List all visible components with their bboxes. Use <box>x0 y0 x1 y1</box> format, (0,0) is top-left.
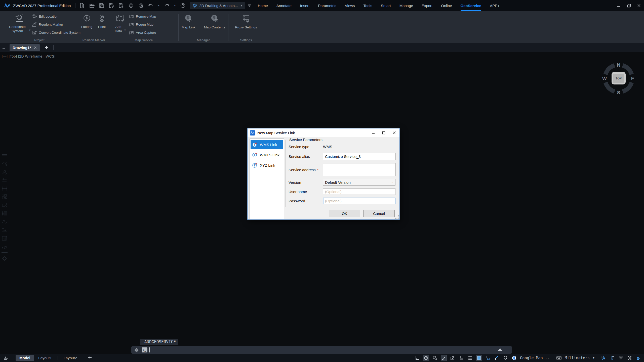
save-as-icon[interactable] <box>108 3 114 9</box>
edit-location-button[interactable]: Edit Location <box>32 14 80 19</box>
layout-tray-icon[interactable] <box>4 356 9 360</box>
ortho-mode-icon[interactable] <box>414 355 420 361</box>
clean-screen-icon[interactable] <box>627 355 633 361</box>
service-address-input[interactable] <box>323 163 395 176</box>
tab-geoservice[interactable]: GeoService <box>461 0 481 11</box>
map-contents-button[interactable]: Map Contents <box>202 11 228 37</box>
dialog-close-icon[interactable] <box>389 128 399 137</box>
dynamic-input-icon[interactable] <box>450 355 456 361</box>
add-layout-icon[interactable] <box>85 356 95 360</box>
reorient-marker-button[interactable]: Reorient Marker <box>32 22 80 27</box>
status-settings-gear-icon[interactable] <box>618 355 624 361</box>
redo-icon[interactable] <box>164 3 170 9</box>
command-expand-icon[interactable] <box>498 348 502 351</box>
units-label[interactable]: Millimeters <box>565 356 590 360</box>
model-tab[interactable]: Model <box>16 355 34 361</box>
pgp-edit-icon[interactable]: PGP <box>1 235 8 241</box>
open-file-icon[interactable] <box>89 3 95 9</box>
linetype-display-icon[interactable] <box>467 355 473 361</box>
ordinate-dimension-icon[interactable]: 2 <box>1 177 8 183</box>
map-provider-label[interactable]: Google Map... <box>520 356 549 360</box>
tab-tools[interactable]: Tools <box>364 0 372 11</box>
list-item-wmts-link[interactable]: WMTS Link <box>251 150 283 159</box>
view-compass[interactable]: N W E S TOP <box>601 61 636 96</box>
point-button[interactable]: Point <box>95 11 109 37</box>
spline-icon[interactable] <box>1 219 8 225</box>
cancel-button[interactable]: Cancel <box>363 210 395 217</box>
command-input-bar[interactable]: >_ <box>131 346 512 354</box>
toolbar-menu-icon[interactable] <box>1 152 8 158</box>
coordinate-system-button[interactable]: Coordinate System ▼ <box>7 11 31 37</box>
layout1-tab[interactable]: Layout1 <box>34 355 55 361</box>
proxy-settings-button[interactable]: Proxy Settings <box>232 11 259 37</box>
help-icon[interactable] <box>180 3 186 9</box>
geolocation-pin-icon[interactable] <box>502 355 508 361</box>
print-icon[interactable] <box>128 3 134 9</box>
service-alias-input[interactable] <box>323 153 395 160</box>
object-snap-tracking-icon[interactable] <box>441 355 447 361</box>
blocks-edit-icon[interactable] <box>1 194 8 200</box>
drawing-canvas[interactable]: [—] [Top] [2D Wireframe] [WCS] 2 <box>0 52 644 354</box>
workspace-switcher[interactable]: 2D Drafting & Annota... ▾ <box>190 2 245 9</box>
overlap-objects-icon[interactable] <box>1 202 8 208</box>
modify-tools-icon[interactable] <box>1 169 8 175</box>
tab-export[interactable]: Export <box>422 0 432 11</box>
regen-map-button[interactable]: Regen Map <box>129 22 156 27</box>
tab-list-icon[interactable] <box>3 47 7 49</box>
map-link-button[interactable]: Map Link <box>179 11 198 37</box>
object-snap-icon[interactable] <box>432 355 438 361</box>
version-dropdown[interactable]: Default Version ⌄ <box>323 179 395 186</box>
viewport-controls-label[interactable]: [—] [Top] [2D Wireframe] [WCS] <box>2 54 55 58</box>
tab-app-plus[interactable]: APP+ <box>490 0 500 11</box>
latlong-button[interactable]: Latlong <box>79 11 95 37</box>
save-icon[interactable] <box>99 3 105 9</box>
annotation-scale-icon[interactable] <box>600 355 606 361</box>
list-item-wms-link[interactable]: WMS Link <box>251 140 283 149</box>
annotation-visibility-icon[interactable] <box>609 355 615 361</box>
undo-dropdown-icon[interactable]: ▾ <box>157 3 160 9</box>
map-provider-globe-icon[interactable] <box>511 355 517 361</box>
tab-close-icon[interactable] <box>34 46 37 49</box>
document-tab-drawing1[interactable]: Drawing1* <box>10 44 40 51</box>
area-capture-button[interactable]: Area Capture <box>129 30 156 35</box>
ok-button[interactable]: OK <box>329 210 360 217</box>
save-all-icon[interactable] <box>118 3 124 9</box>
new-file-icon[interactable] <box>79 3 85 9</box>
add-data-button[interactable]: Add Data ▼ <box>112 11 128 37</box>
tray-settings-icon[interactable] <box>635 355 641 361</box>
dialog-titlebar[interactable]: New Map Service Link <box>248 128 399 137</box>
restore-icon[interactable] <box>624 0 634 11</box>
tab-views[interactable]: Views <box>345 0 355 11</box>
section-table-icon[interactable] <box>1 210 8 216</box>
convert-coordinate-system-button[interactable]: Convert Coordinate System <box>32 30 80 35</box>
dialog-resize-grip[interactable] <box>395 215 399 219</box>
command-settings-gear-icon[interactable] <box>134 348 139 352</box>
measure-ruler-icon[interactable] <box>1 244 8 250</box>
remove-map-button[interactable]: Remove Map <box>129 14 156 19</box>
customize-quick-access-icon[interactable] <box>248 5 251 7</box>
password-input[interactable] <box>323 198 395 204</box>
dialog-maximize-icon[interactable] <box>378 128 389 137</box>
tab-home[interactable]: Home <box>258 0 268 11</box>
linear-dimension-icon[interactable] <box>1 186 8 192</box>
print-preview-icon[interactable] <box>138 3 144 9</box>
polar-tracking-icon[interactable] <box>423 355 429 361</box>
selection-cycling-icon[interactable] <box>485 355 491 361</box>
new-tab-icon[interactable] <box>43 44 50 51</box>
flatshot-icon[interactable] <box>1 161 8 167</box>
undo-icon[interactable] <box>148 3 154 9</box>
tab-online[interactable]: Online <box>441 0 452 11</box>
tab-insert[interactable]: Insert <box>300 0 310 11</box>
dialog-minimize-icon[interactable] <box>368 128 378 137</box>
minimize-icon[interactable] <box>614 0 624 11</box>
layout2-tab[interactable]: Layout2 <box>60 355 81 361</box>
export-folder-icon[interactable] <box>1 227 8 233</box>
dynamic-ucs-icon[interactable] <box>494 355 500 361</box>
lineweight-display-icon[interactable] <box>458 355 464 361</box>
units-ruler-icon[interactable] <box>556 355 562 361</box>
units-dropdown-icon[interactable]: ▼ <box>592 356 595 359</box>
redo-dropdown-icon[interactable]: ▾ <box>174 3 176 9</box>
close-icon[interactable] <box>634 0 644 11</box>
tab-parametric[interactable]: Parametric <box>318 0 336 11</box>
list-item-xyz-link[interactable]: XYZ Link <box>251 161 283 170</box>
